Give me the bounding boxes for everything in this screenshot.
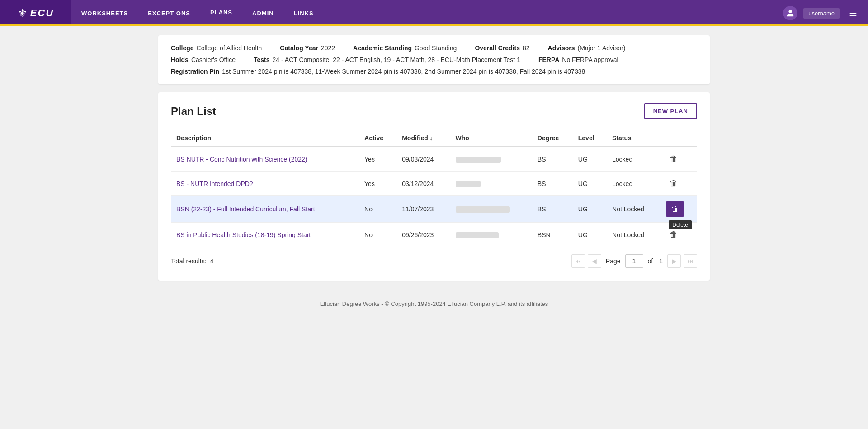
pagination-controls: ⏮ ◀ Page of 1 ▶ ⏭ bbox=[571, 254, 697, 268]
info-row-2: Holds Cashier's Office Tests 24 - ACT Co… bbox=[171, 56, 697, 63]
nav-admin[interactable]: ADMIN bbox=[242, 0, 284, 26]
tests-info: Tests 24 - ACT Composite, 22 - ACT Engli… bbox=[254, 56, 520, 63]
holds-label: Holds bbox=[171, 56, 189, 63]
new-plan-button[interactable]: NEW PLAN bbox=[644, 103, 697, 119]
plan-level: UG bbox=[573, 172, 607, 196]
holds-value: Cashier's Office bbox=[191, 56, 236, 63]
col-status: Status bbox=[607, 130, 660, 147]
academic-standing-label: Academic Standing bbox=[353, 44, 412, 52]
plan-description-link[interactable]: BS in Public Health Studies (18-19) Spri… bbox=[176, 231, 311, 238]
plan-delete-cell: 🗑Delete bbox=[660, 196, 697, 223]
nav-right: username ☰ bbox=[783, 6, 861, 20]
registration-pin-value: 1st Summer 2024 pin is 407338, 11-Week S… bbox=[222, 68, 585, 75]
table-row: BS - NUTR Intended DPD?Yes03/12/2024BSUG… bbox=[171, 172, 697, 196]
info-row-1: College College of Allied Health Catalog… bbox=[171, 44, 697, 52]
tests-label: Tests bbox=[254, 56, 270, 63]
catalog-year-value: 2022 bbox=[321, 44, 335, 52]
overall-credits-label: Overall Credits bbox=[475, 44, 520, 52]
overall-credits-info: Overall Credits 82 bbox=[475, 44, 529, 52]
plan-status: Locked bbox=[607, 172, 660, 196]
nav-links: WORKSHEETS EXCEPTIONS PLANS ADMIN LINKS bbox=[71, 0, 783, 26]
plan-active: Yes bbox=[359, 147, 396, 172]
academic-standing-value: Good Standing bbox=[415, 44, 457, 52]
main-content: College College of Allied Health Catalog… bbox=[149, 35, 719, 281]
total-results: Total results: 4 bbox=[171, 257, 213, 265]
plan-active: No bbox=[359, 223, 396, 247]
table-row: BS NUTR - Conc Nutrition with Science (2… bbox=[171, 147, 697, 172]
plan-who bbox=[450, 147, 532, 172]
ferpa-label: FERPA bbox=[538, 56, 559, 63]
footer: Ellucian Degree Works - © Copyright 1995… bbox=[0, 290, 868, 318]
plan-description-link[interactable]: BS - NUTR Intended DPD? bbox=[176, 180, 253, 187]
plan-list-header: Plan List NEW PLAN bbox=[171, 103, 697, 119]
plan-modified: 09/03/2024 bbox=[396, 147, 450, 172]
nav-logo[interactable]: ⚜ ECU bbox=[0, 0, 71, 26]
advisors-label: Advisors bbox=[548, 44, 575, 52]
col-degree: Degree bbox=[532, 130, 573, 147]
nav-worksheets[interactable]: WORKSHEETS bbox=[71, 0, 138, 26]
plan-status: Locked bbox=[607, 147, 660, 172]
college-label: College bbox=[171, 44, 194, 52]
plan-modified: 11/07/2023 bbox=[396, 196, 450, 223]
plan-degree: BS bbox=[532, 147, 573, 172]
delete-button[interactable]: 🗑 bbox=[666, 228, 681, 241]
plan-status: Not Locked bbox=[607, 196, 660, 223]
navbar: ⚜ ECU WORKSHEETS EXCEPTIONS PLANS ADMIN … bbox=[0, 0, 868, 26]
of-label: of bbox=[648, 257, 653, 265]
table-row: BS in Public Health Studies (18-19) Spri… bbox=[171, 223, 697, 247]
col-who: Who bbox=[450, 130, 532, 147]
college-info: College College of Allied Health bbox=[171, 44, 262, 52]
delete-button[interactable]: 🗑 bbox=[666, 177, 681, 190]
plan-who bbox=[450, 172, 532, 196]
plan-description-link[interactable]: BSN (22-23) - Full Intended Curriculum, … bbox=[176, 205, 315, 213]
page-first-button[interactable]: ⏮ bbox=[571, 254, 585, 268]
col-description: Description bbox=[171, 130, 359, 147]
nav-exceptions[interactable]: EXCEPTIONS bbox=[138, 0, 200, 26]
page-prev-button[interactable]: ◀ bbox=[588, 254, 601, 268]
page-last-button[interactable]: ⏭ bbox=[684, 254, 697, 268]
user-avatar-icon[interactable] bbox=[783, 6, 797, 20]
plan-status: Not Locked bbox=[607, 223, 660, 247]
nav-plans[interactable]: PLANS bbox=[200, 0, 242, 26]
col-level: Level bbox=[573, 130, 607, 147]
page-next-button[interactable]: ▶ bbox=[667, 254, 681, 268]
sort-arrow-icon: ↓ bbox=[430, 134, 433, 142]
hamburger-icon[interactable]: ☰ bbox=[845, 8, 861, 19]
student-info-card: College College of Allied Health Catalog… bbox=[158, 35, 710, 84]
plan-active: Yes bbox=[359, 172, 396, 196]
table-header-row: Description Active Modified ↓ Who Degree… bbox=[171, 130, 697, 147]
advisors-value: (Major 1 Advisor) bbox=[578, 44, 626, 52]
holds-info: Holds Cashier's Office bbox=[171, 56, 236, 63]
plan-delete-cell: 🗑 bbox=[660, 172, 697, 196]
registration-pin-info: Registration Pin 1st Summer 2024 pin is … bbox=[171, 68, 585, 75]
plan-who bbox=[450, 223, 532, 247]
nav-links-item[interactable]: LINKS bbox=[284, 0, 324, 26]
college-value: College of Allied Health bbox=[197, 44, 262, 52]
delete-button[interactable]: 🗑 bbox=[666, 153, 681, 166]
col-active: Active bbox=[359, 130, 396, 147]
shield-icon: ⚜ bbox=[18, 7, 28, 19]
plan-degree: BS bbox=[532, 172, 573, 196]
plan-description-link[interactable]: BS NUTR - Conc Nutrition with Science (2… bbox=[176, 156, 307, 163]
registration-pin-label: Registration Pin bbox=[171, 68, 219, 75]
delete-tooltip-label: Delete bbox=[669, 220, 692, 229]
overall-credits-value: 82 bbox=[523, 44, 530, 52]
nav-username[interactable]: username bbox=[803, 8, 840, 19]
plan-degree: BSN bbox=[532, 223, 573, 247]
page-label: Page bbox=[606, 257, 621, 265]
tests-value: 24 - ACT Composite, 22 - ACT English, 19… bbox=[273, 56, 520, 63]
plan-who bbox=[450, 196, 532, 223]
plan-list-card: Plan List NEW PLAN Description Active Mo… bbox=[158, 92, 710, 281]
col-modified[interactable]: Modified ↓ bbox=[396, 130, 450, 147]
plan-level: UG bbox=[573, 223, 607, 247]
plan-degree: BS bbox=[532, 196, 573, 223]
plan-modified: 03/12/2024 bbox=[396, 172, 450, 196]
ferpa-value: No FERPA approval bbox=[562, 56, 618, 63]
plan-active: No bbox=[359, 196, 396, 223]
page-number-input[interactable] bbox=[625, 254, 643, 268]
advisors-info: Advisors (Major 1 Advisor) bbox=[548, 44, 626, 52]
academic-standing-info: Academic Standing Good Standing bbox=[353, 44, 457, 52]
logo-text: ECU bbox=[30, 7, 54, 19]
plan-level: UG bbox=[573, 196, 607, 223]
delete-highlighted-button[interactable]: 🗑 bbox=[666, 201, 684, 217]
